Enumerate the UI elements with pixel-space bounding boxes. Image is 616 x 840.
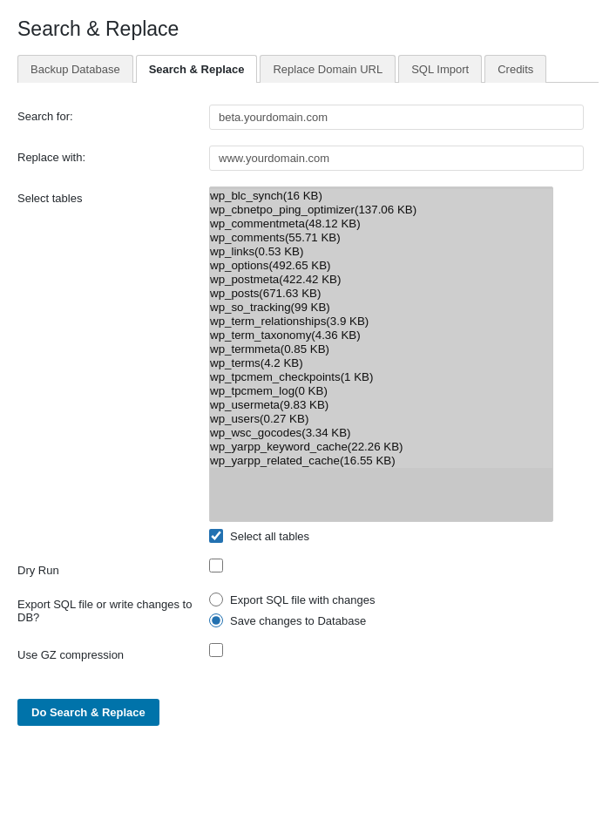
replace-with-label: Replace with:	[17, 146, 209, 164]
gz-label: Use GZ compression	[17, 643, 209, 661]
tab-sql-import[interactable]: SQL Import	[398, 55, 482, 83]
gz-field-wrapper	[209, 643, 599, 660]
save-db-label: Save changes to Database	[230, 614, 366, 627]
select-all-tables-checkbox[interactable]	[209, 529, 223, 543]
export-sql-row: Export SQL file with changes	[209, 593, 599, 606]
search-for-label: Search for:	[17, 105, 209, 123]
select-all-wrapper: Select all tables	[209, 529, 599, 543]
export-sql-radio[interactable]	[209, 593, 223, 606]
tables-wrapper: wp_blc_synch(16 KB)wp_cbnetpo_ping_optim…	[209, 186, 599, 543]
tab-replace-domain-url[interactable]: Replace Domain URL	[260, 55, 396, 83]
select-tables-section: Select tables wp_blc_synch(16 KB)wp_cbne…	[17, 186, 599, 543]
replace-with-field-wrapper	[209, 146, 599, 171]
tab-backup-database[interactable]: Backup Database	[17, 55, 133, 83]
export-section: Export SQL file or write changes to DB? …	[17, 593, 599, 627]
select-all-tables-label[interactable]: Select all tables	[230, 530, 309, 543]
search-for-field-wrapper	[209, 105, 599, 130]
do-search-replace-button[interactable]: Do Search & Replace	[17, 699, 159, 726]
replace-with-section: Replace with:	[17, 146, 599, 171]
export-options-wrapper: Export SQL file with changes Save change…	[209, 593, 599, 627]
search-for-section: Search for:	[17, 105, 599, 130]
dry-run-label: Dry Run	[17, 559, 209, 577]
select-tables-label: Select tables	[17, 186, 209, 205]
export-sql-label: Export SQL file with changes	[230, 593, 375, 606]
dry-run-field-wrapper	[209, 559, 599, 575]
save-db-row: Save changes to Database	[209, 613, 599, 627]
replace-with-input[interactable]	[209, 146, 584, 171]
gz-section: Use GZ compression	[17, 643, 599, 661]
save-db-radio[interactable]	[209, 613, 223, 627]
dry-run-section: Dry Run	[17, 559, 599, 577]
tables-list[interactable]: wp_blc_synch(16 KB)wp_cbnetpo_ping_optim…	[209, 186, 553, 522]
tab-credits[interactable]: Credits	[484, 55, 546, 83]
export-radio-group: Export SQL file with changes Save change…	[209, 593, 599, 627]
search-for-input[interactable]	[209, 105, 584, 130]
export-label: Export SQL file or write changes to DB?	[17, 593, 209, 624]
tab-search-replace[interactable]: Search & Replace	[136, 55, 258, 83]
tabs-bar: Backup Database Search & Replace Replace…	[17, 54, 599, 83]
page-title: Search & Replace	[17, 17, 599, 41]
gz-checkbox[interactable]	[209, 643, 223, 657]
dry-run-checkbox[interactable]	[209, 559, 223, 572]
